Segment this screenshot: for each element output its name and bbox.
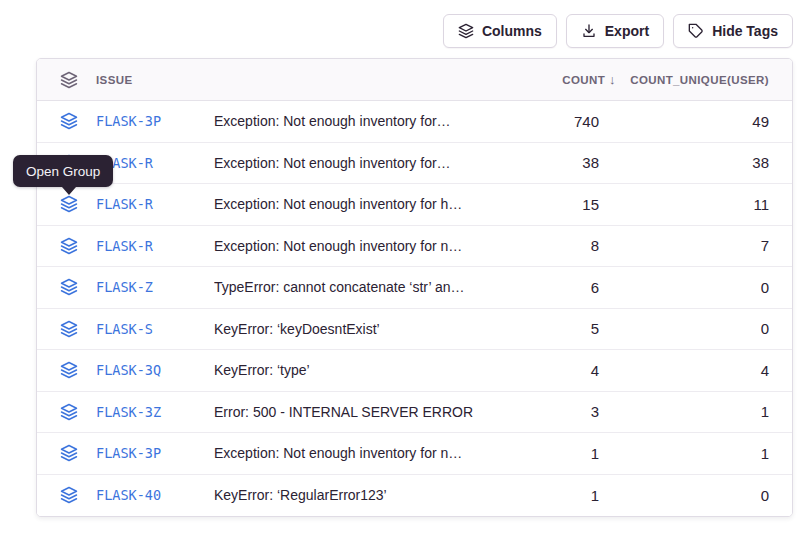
issue-link[interactable]: FLASK-Z <box>96 279 214 295</box>
tooltip-label: Open Group <box>26 164 100 179</box>
count-value: 8 <box>489 237 599 254</box>
issue-link[interactable]: FLASK-3P <box>96 113 214 129</box>
stack-icon <box>37 71 96 89</box>
count-value: 1 <box>489 487 599 504</box>
tooltip-caret <box>62 187 76 195</box>
count-value: 740 <box>489 113 599 130</box>
count-value: 15 <box>489 196 599 213</box>
issue-link[interactable]: FLASK-3Z <box>96 404 214 420</box>
count-column-header[interactable]: COUNT ↓ <box>489 72 599 87</box>
count-value: 1 <box>489 445 599 462</box>
issue-link[interactable]: FLASK-3Q <box>96 362 214 378</box>
count-unique-value: 38 <box>599 154 769 171</box>
layers-icon <box>37 403 96 421</box>
results-table: ISSUE COUNT ↓ COUNT_UNIQUE(USER) FLASK-3… <box>36 58 793 517</box>
count-unique-value: 0 <box>599 279 769 296</box>
layers-icon <box>37 278 96 296</box>
table-row[interactable]: FLASK-R Exception: Not enough inventory … <box>37 184 792 226</box>
issue-link[interactable]: FLASK-40 <box>96 487 214 503</box>
issue-message: Exception: Not enough inventory for n… <box>214 445 489 461</box>
table-row[interactable]: FLASK-3Z Error: 500 - INTERNAL SERVER ER… <box>37 392 792 434</box>
issue-message: TypeError: cannot concatenate ‘str’ an… <box>214 279 489 295</box>
issue-message: KeyError: ‘type’ <box>214 362 489 378</box>
issue-message: Exception: Not enough inventory for h… <box>214 196 489 212</box>
table-header-row: ISSUE COUNT ↓ COUNT_UNIQUE(USER) <box>37 59 792 101</box>
issue-message: Exception: Not enough inventory for n… <box>214 238 489 254</box>
issue-link[interactable]: FLASK-R <box>96 196 214 212</box>
issue-link[interactable]: FLASK-R <box>96 238 214 254</box>
count-unique-value: 0 <box>599 320 769 337</box>
issue-message: Error: 500 - INTERNAL SERVER ERROR <box>214 404 489 420</box>
count-unique-value: 4 <box>599 362 769 379</box>
count-value: 4 <box>489 362 599 379</box>
count-unique-value: 0 <box>599 487 769 504</box>
open-group-tooltip: Open Group <box>13 155 113 187</box>
issue-link[interactable]: FLASK-3P <box>96 445 214 461</box>
columns-button[interactable]: Columns <box>443 14 557 48</box>
table-row[interactable]: FLASK-3Q KeyError: ‘type’ 4 4 <box>37 350 792 392</box>
table-row[interactable]: FLASK-3P Exception: Not enough inventory… <box>37 433 792 475</box>
layers-icon <box>37 486 96 504</box>
tag-icon <box>688 23 704 39</box>
count-value: 5 <box>489 320 599 337</box>
download-icon <box>581 23 597 39</box>
layers-icon <box>37 361 96 379</box>
count-unique-value: 49 <box>599 113 769 130</box>
issue-message: Exception: Not enough inventory for… <box>214 155 489 171</box>
count-value: 6 <box>489 279 599 296</box>
export-button-label: Export <box>605 23 649 39</box>
columns-button-label: Columns <box>482 23 542 39</box>
count-unique-value: 1 <box>599 403 769 420</box>
issue-message: Exception: Not enough inventory for… <box>214 113 489 129</box>
count-unique-column-header[interactable]: COUNT_UNIQUE(USER) <box>599 74 769 86</box>
issue-link[interactable]: FLASK-S <box>96 321 214 337</box>
issue-link[interactable]: FLASK-R <box>96 155 214 171</box>
issue-message: KeyError: ‘RegularError123’ <box>214 487 489 503</box>
table-row[interactable]: FLASK-R Exception: Not enough inventory … <box>37 143 792 185</box>
count-unique-value: 1 <box>599 445 769 462</box>
table-body: FLASK-3P Exception: Not enough inventory… <box>37 101 792 516</box>
count-value: 38 <box>489 154 599 171</box>
layers-icon <box>37 112 96 130</box>
layers-icon <box>458 23 474 39</box>
table-row[interactable]: FLASK-Z TypeError: cannot concatenate ‘s… <box>37 267 792 309</box>
layers-icon <box>37 444 96 462</box>
count-unique-value: 11 <box>599 196 769 213</box>
hide-tags-button-label: Hide Tags <box>712 23 778 39</box>
table-row[interactable]: FLASK-S KeyError: ‘keyDoesntExist’ 5 0 <box>37 309 792 351</box>
table-row[interactable]: FLASK-40 KeyError: ‘RegularError123’ 1 0 <box>37 475 792 517</box>
count-unique-value: 7 <box>599 237 769 254</box>
table-row[interactable]: FLASK-R Exception: Not enough inventory … <box>37 226 792 268</box>
table-row[interactable]: FLASK-3P Exception: Not enough inventory… <box>37 101 792 143</box>
issue-column-header[interactable]: ISSUE <box>96 74 214 86</box>
layers-icon <box>37 237 96 255</box>
export-button[interactable]: Export <box>566 14 664 48</box>
toolbar: Columns Export Hide Tags <box>443 14 793 48</box>
count-value: 3 <box>489 403 599 420</box>
layers-icon <box>37 195 96 213</box>
issue-message: KeyError: ‘keyDoesntExist’ <box>214 321 489 337</box>
hide-tags-button[interactable]: Hide Tags <box>673 14 793 48</box>
layers-icon <box>37 320 96 338</box>
